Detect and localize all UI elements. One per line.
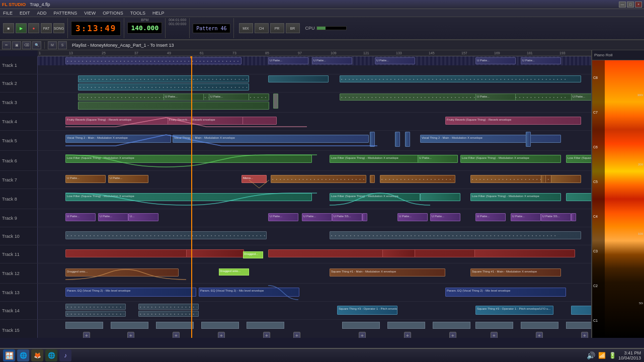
track-content-1[interactable]: U Patte... U Patte... U Patte... U Patte… — [38, 56, 591, 74]
tool-erase[interactable]: ⌫ — [22, 41, 31, 49]
track-content-9[interactable]: U Patte... U Patte... U... U Patte... U … — [38, 209, 591, 227]
clip-t9-4[interactable]: U Patte... — [268, 213, 298, 221]
clip-t2-2[interactable] — [78, 83, 249, 90]
clip-t9-3[interactable]: U... — [128, 213, 158, 221]
plus-btn-t15-5[interactable]: + — [263, 332, 270, 338]
clip-t13-3[interactable]: Param. EQ (Vocal Thing 2) - Mix level en… — [445, 288, 566, 297]
clip-t11-2[interactable] — [186, 249, 244, 257]
clip-t11-4[interactable] — [382, 249, 415, 257]
taskbar-chrome[interactable]: 🌐 — [45, 349, 57, 361]
clip-t5-7[interactable] — [526, 132, 531, 147]
plus-btn-t15-8[interactable]: + — [404, 332, 411, 338]
clip-t1-4[interactable]: U Patte... — [375, 57, 415, 64]
minimize-button[interactable]: — — [619, 2, 626, 8]
clip-t9-10[interactable]: U Patte... — [475, 213, 506, 221]
clip-t2-1[interactable] — [78, 75, 249, 82]
clip-t15-eq6[interactable] — [342, 322, 380, 329]
plus-btn-t15-1[interactable]: + — [83, 332, 90, 338]
clip-t7-2[interactable]: U Patte... — [108, 175, 148, 183]
menu-file[interactable]: FILE — [2, 11, 14, 16]
clip-t14-3[interactable] — [138, 304, 199, 310]
track-content-7[interactable]: U Patte... U Patte... Mono... — [38, 171, 591, 189]
clip-t5-5[interactable] — [405, 132, 410, 147]
taskbar-firefox[interactable]: 🦊 — [31, 349, 43, 361]
clip-t1-5[interactable]: U Patte... — [475, 57, 516, 64]
clip-t2-4[interactable] — [340, 75, 581, 82]
tool-zoom[interactable]: 🔍 — [32, 41, 41, 49]
clip-t14-7[interactable] — [571, 306, 591, 315]
close-button[interactable]: × — [635, 2, 642, 8]
clip-t14-2[interactable] — [65, 311, 126, 317]
clip-t9-9[interactable]: U Patte... — [430, 213, 460, 221]
clip-t3-8[interactable]: U Patte... — [571, 94, 591, 101]
plus-btn-t15-11[interactable]: + — [536, 332, 543, 338]
clip-t8-4[interactable]: Low Filter (Square Thing) - Modulation X… — [470, 193, 561, 201]
clip-t1-3[interactable]: U Patte... — [312, 57, 352, 64]
clip-t15-eq11[interactable] — [566, 322, 591, 329]
clip-t15-eq9[interactable] — [475, 322, 513, 329]
clip-t9-13[interactable] — [571, 213, 576, 221]
clip-t9-12[interactable]: U Patte SS... — [541, 213, 571, 221]
clip-t15-eq8[interactable] — [433, 322, 470, 329]
clip-t1-2[interactable]: U Patte... — [268, 57, 308, 64]
track-content-4[interactable]: Fruity Reverb (Square Thing) - Reverb en… — [38, 113, 591, 130]
track-content-8[interactable]: Low Filter (Square Thing) - Modulation X… — [38, 189, 591, 209]
clip-t9-8[interactable]: U Patte... — [397, 213, 428, 221]
plus-btn-t15-9[interactable]: + — [449, 332, 456, 338]
clip-t12-3[interactable]: Square Thing #1 - Main - Modulation X en… — [470, 268, 561, 277]
stop-button[interactable]: ■ — [3, 23, 14, 33]
bpm-display[interactable]: 140.000 — [127, 22, 162, 34]
channel-button[interactable]: CH — [255, 23, 269, 33]
mixer-button[interactable]: MIX — [239, 23, 253, 33]
track-content-11[interactable]: Dragged... — [38, 245, 591, 263]
clip-t9-6[interactable]: U Patte SS... — [332, 213, 362, 221]
clip-t12-2[interactable]: Square Thing #1 - Main - Modulation X en… — [330, 268, 445, 277]
clip-t5-4[interactable] — [395, 132, 400, 147]
menu-help[interactable]: HELP — [151, 11, 166, 16]
clip-t12-green1[interactable]: Dragged onto... — [219, 268, 249, 276]
plus-btn-t15-7[interactable]: + — [359, 332, 366, 338]
browser-button[interactable]: BR — [286, 23, 300, 33]
clip-t4-3[interactable]: Fruity Reverb (Square Thing) - Reverb en… — [445, 117, 581, 125]
clip-t14-5[interactable]: Square Thing #3 - Operator 1 - Pitch env… — [337, 306, 397, 315]
plus-btn-t15-4[interactable]: + — [218, 332, 225, 338]
menu-add[interactable]: ADD — [36, 11, 48, 16]
clip-t3-7[interactable]: U Patte... — [475, 94, 516, 101]
clip-t7-1[interactable]: U Patte... — [65, 175, 106, 183]
menu-patterns[interactable]: PATTERNS — [53, 11, 78, 16]
tool-select[interactable]: ▣ — [12, 41, 21, 49]
tool-draw[interactable]: ✏ — [2, 41, 11, 49]
track-content-12[interactable]: Dragged onto... Dragged onto... Square T… — [38, 263, 591, 283]
clip-t15-eq10[interactable] — [521, 322, 558, 329]
track-content-2[interactable] — [38, 74, 591, 92]
tool-solo[interactable]: S — [58, 41, 67, 49]
clip-t7-9[interactable] — [551, 175, 581, 183]
clip-t2-3[interactable] — [268, 75, 329, 82]
song-button[interactable]: SONG — [53, 23, 64, 33]
track-content-10[interactable] — [38, 227, 591, 245]
clip-t3-4[interactable] — [78, 102, 269, 110]
menu-edit[interactable]: EDIT — [19, 11, 31, 16]
clip-t9-2[interactable]: U Patte... — [98, 213, 128, 221]
plus-btn-t15-2[interactable]: + — [127, 332, 134, 338]
clip-t3-5[interactable] — [273, 94, 278, 109]
menu-options[interactable]: OPTIONS — [102, 11, 124, 16]
clip-t3-6[interactable] — [340, 94, 581, 101]
track-content-3[interactable]: U Patte... U Patte... U Patte... U Patte… — [38, 93, 591, 112]
tool-mute[interactable]: M — [48, 41, 57, 49]
clip-t6-5[interactable]: Low Filter (Square... - Modulation X — [566, 155, 591, 163]
start-button[interactable]: 🪟 — [3, 349, 15, 361]
play-button[interactable]: ▶ — [16, 23, 27, 33]
plus-btn-t15-3[interactable]: + — [173, 332, 180, 338]
clip-t7-5[interactable] — [370, 175, 375, 183]
maximize-button[interactable]: □ — [627, 2, 634, 8]
clip-t10-2[interactable] — [330, 231, 581, 239]
clip-t15-eq2[interactable] — [111, 322, 148, 329]
track-content-14[interactable]: Square Thing #3 - Operator 1 - Pitch env… — [38, 302, 591, 319]
clip-t3-3[interactable]: U Patte... — [209, 94, 249, 101]
clip-t1-6[interactable]: U Patte... — [521, 57, 561, 64]
clip-t8-5[interactable] — [566, 193, 591, 201]
clip-t9-5[interactable]: U Patte... — [302, 213, 332, 221]
clip-t14-1[interactable] — [65, 304, 126, 310]
clip-t14-4[interactable] — [138, 311, 199, 317]
